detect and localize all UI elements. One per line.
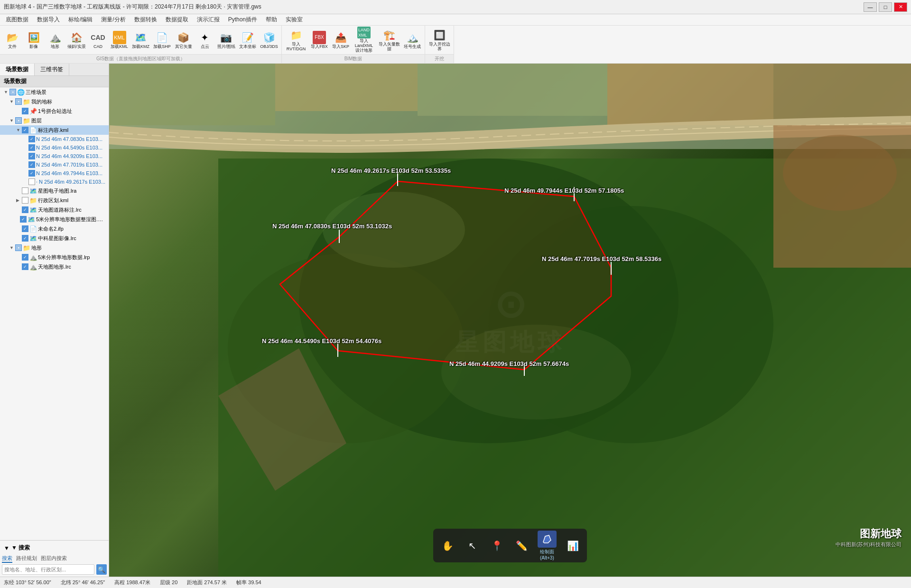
import-boundary-button[interactable]: 🔲 导入开挖边界 — [427, 27, 452, 53]
tab-3d-bookmark[interactable]: 三维书签 — [35, 64, 69, 75]
checkbox-xingzheng[interactable] — [22, 197, 28, 204]
tree-item-zhongke[interactable]: ✓ 🗺️ 中科星图影像.lrc — [0, 233, 109, 243]
label-layers: 图层 — [31, 117, 42, 124]
stats-tool-button[interactable]: 📊 — [564, 537, 581, 554]
import-rvt-button[interactable]: 📁 导入RVT/DGN — [284, 27, 308, 53]
minimize-button[interactable]: — — [864, 2, 877, 12]
tree-item-mibidu[interactable]: ✓ 🗺️ 5米分辨率地形数据整渲图.mbtiles — [0, 215, 109, 224]
pan-tool-button[interactable]: ✋ — [439, 537, 456, 554]
checkbox-coord3[interactable]: ✓ — [28, 153, 35, 159]
cad-label: CAD — [93, 45, 102, 49]
tree-item-xingtu[interactable]: 🗺️ 星图电子地图.lra — [0, 186, 109, 196]
checkbox-zhongke[interactable]: ✓ — [22, 235, 28, 242]
checkbox-coord2[interactable]: ✓ — [28, 144, 35, 151]
label-coord3: N 25d 46m 44.9209s E103... — [36, 153, 102, 159]
select-tool-button[interactable]: ↖ — [464, 537, 481, 554]
checkbox-station[interactable]: ✓ — [22, 108, 28, 114]
menu-item-数据提取[interactable]: 数据提取 — [162, 15, 192, 25]
terrain-label: 地形 — [51, 45, 59, 49]
tree-item-tianditu[interactable]: ✓ 🗺️ 天地图道路标注.lrc — [0, 205, 109, 215]
restore-button[interactable]: □ — [879, 2, 892, 12]
menu-item-标绘/编辑[interactable]: 标绘/编辑 — [65, 15, 96, 25]
tree-item-biaozhukml[interactable]: ▼ ✓ 📄 标注内容.kml — [0, 125, 109, 135]
checkbox-mibidu[interactable]: ✓ — [20, 216, 27, 223]
imagery-button[interactable]: 🖼️ 影像 — [23, 27, 44, 53]
checkbox-coord4[interactable]: ✓ — [28, 161, 35, 168]
checkbox-unnamed[interactable]: ✓ — [22, 225, 28, 232]
label-mibidu: 5米分辨率地形数据整渲图.mbtiles — [36, 216, 107, 223]
shp-icon: 📄 — [156, 31, 169, 44]
oblique-button[interactable]: 🏠 倾斜/实景 — [66, 27, 87, 53]
cad-icon: CAD — [92, 31, 105, 44]
tree-item-tianditu-terrain[interactable]: ✓ ⛰️ 天地图地形.lrc — [0, 262, 109, 271]
checkbox-xingtu[interactable] — [22, 187, 28, 194]
import-fbx-button[interactable]: FBX 导入FBX — [309, 27, 330, 53]
point-cloud-button[interactable]: ✦ 点云 — [195, 27, 215, 53]
locate-tool-button[interactable]: 📍 — [488, 537, 505, 554]
pihao-button[interactable]: 🏔️ 坯号生成 — [402, 27, 423, 53]
tree-item-layers[interactable]: ▼ ▪ 📁 图层 — [0, 116, 109, 125]
menu-item-数据转换[interactable]: 数据转换 — [130, 15, 161, 25]
load-kml-button[interactable]: KML 加载KML — [109, 27, 130, 53]
tree-item-coord6[interactable]: · N 25d 46m 49.2617s E103... — [0, 177, 109, 186]
import-landxml-button[interactable]: LAND XML 导入LandXML设计地形 — [352, 27, 376, 53]
checkbox-coord5[interactable]: ✓ — [28, 170, 35, 177]
menu-item-演示汇报[interactable]: 演示汇报 — [193, 15, 223, 25]
search-tab-search[interactable]: 搜索 — [2, 555, 12, 563]
tree-item-coord1[interactable]: ✓ N 25d 46m 47.0830s E103... — [0, 135, 109, 143]
search-input[interactable] — [2, 564, 94, 575]
draw-tool-button[interactable]: ✏️ — [513, 537, 530, 554]
tree-item-unnamed[interactable]: ✓ 📄 未命名2.ifp — [0, 224, 109, 233]
checkbox-tianditu-terrain[interactable]: ✓ — [22, 263, 28, 270]
toolbar-bim-section: 📁 导入RVT/DGN FBX 导入FBX 📤 导入SKP LAND XML 导… — [282, 26, 425, 63]
menu-item-实验室[interactable]: 实验室 — [282, 15, 307, 25]
checkbox-mymark[interactable]: ▪ — [15, 98, 22, 105]
tree-item-coord3[interactable]: ✓ N 25d 46m 44.9209s E103... — [0, 152, 109, 160]
checkbox-terrain-folder[interactable]: ▪ — [15, 244, 22, 251]
import-skp-button[interactable]: 📤 导入SKP — [330, 27, 351, 53]
tree-item-sanwei[interactable]: ▼ ▪ 🌐 三维场景 — [0, 87, 109, 97]
load-kmz-button[interactable]: 🗺️ 加载KMZ — [130, 27, 151, 53]
search-panel-title[interactable]: ▼ ▼ 搜索 — [2, 542, 107, 553]
file-button[interactable]: 📂 文件 — [2, 27, 23, 53]
search-button[interactable]: 🔍 — [96, 564, 107, 575]
menu-item-Python插件[interactable]: Python插件 — [224, 15, 261, 25]
menu-item-数据导入[interactable]: 数据导入 — [33, 15, 64, 25]
cad-button[interactable]: CAD CAD — [88, 27, 109, 53]
terrain-button[interactable]: ⛰️ 地形 — [45, 27, 65, 53]
fbx-icon: FBX — [313, 31, 326, 44]
menu-item-测量/分析[interactable]: 测量/分析 — [97, 15, 129, 25]
checkbox-layers[interactable]: ▪ — [15, 117, 22, 124]
checkbox-biaozhukml[interactable]: ✓ — [22, 127, 28, 133]
checkbox-tianditu[interactable]: ✓ — [22, 206, 28, 213]
tab-scene-data[interactable]: 场景数据 — [0, 64, 35, 75]
search-tab-layer[interactable]: 图层内搜索 — [41, 555, 67, 563]
text-coord-button[interactable]: 📝 文本坐标 — [237, 27, 258, 53]
folder-icon-layers: 📁 — [23, 117, 30, 124]
draw-surface-button[interactable]: 绘制面(Alt+3) — [538, 531, 557, 560]
tree-item-xingzheng[interactable]: ▶ 📁 行政区划.kml — [0, 196, 109, 205]
obj-button[interactable]: 🧊 OBJ/3DS — [259, 27, 279, 53]
other-vector-button[interactable]: 📦 其它矢量 — [173, 27, 194, 53]
menu-item-底图数据[interactable]: 底图数据 — [2, 15, 32, 25]
checkbox-sanwei[interactable]: ▪ — [9, 89, 16, 95]
load-shp-button[interactable]: 📄 加载SHP — [152, 27, 173, 53]
tree-item-coord4[interactable]: ✓ N 25d 46m 47.7019s E103... — [0, 160, 109, 169]
search-tab-route[interactable]: 路径规划 — [16, 555, 37, 563]
status-latitude: 北纬 25° 46′ 46.25″ — [61, 579, 105, 586]
checkbox-coord1[interactable]: ✓ — [28, 136, 35, 142]
map-area[interactable]: N 25d 46m 49.2617s E103d 52m 53.5335s N … — [109, 64, 911, 577]
checkbox-terrain5m[interactable]: ✓ — [22, 254, 28, 261]
tree-item-coord5[interactable]: ✓ N 25d 46m 49.7944s E103... — [0, 169, 109, 177]
tree-item-terrain5m[interactable]: ✓ ⛰️ 5米分辨率地形数据.lrp — [0, 252, 109, 262]
tree-item-mymark[interactable]: ▼ ▪ 📁 我的地标 — [0, 97, 109, 106]
checkbox-coord6[interactable] — [28, 178, 35, 185]
tree-item-terrain-folder[interactable]: ▼ ▪ 📁 地形 — [0, 243, 109, 252]
menu-item-帮助[interactable]: 帮助 — [262, 15, 281, 25]
photo-button[interactable]: 📷 照片/图纸 — [216, 27, 237, 53]
import-vector-button[interactable]: 🏗️ 导入矢量数据 — [377, 27, 401, 53]
close-button[interactable]: ✕ — [894, 2, 907, 12]
point-cloud-icon: ✦ — [198, 31, 212, 44]
tree-item-station[interactable]: ✓ 📌 1号拼合站选址 — [0, 106, 109, 116]
tree-item-coord2[interactable]: ✓ N 25d 46m 44.5490s E103... — [0, 143, 109, 152]
